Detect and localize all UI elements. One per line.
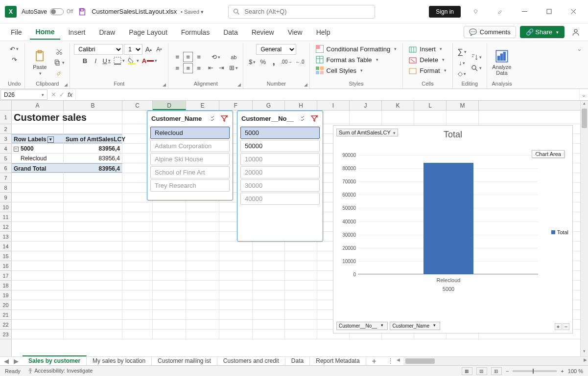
cancel-formula-icon[interactable]: ✕: [51, 91, 56, 98]
row-header[interactable]: 4: [0, 144, 11, 154]
cell[interactable]: Sum of AmtSalesLCY: [64, 134, 122, 143]
cell[interactable]: [285, 281, 317, 290]
fx-icon[interactable]: fx: [68, 91, 72, 98]
minimize-icon[interactable]: [515, 4, 534, 19]
toggle-off-icon[interactable]: [50, 8, 64, 15]
tab-formulas[interactable]: Formulas: [175, 25, 215, 39]
cell[interactable]: 83956,4: [64, 154, 122, 163]
cell[interactable]: [153, 330, 186, 339]
tab-insert[interactable]: Insert: [62, 25, 91, 39]
sheet-tab[interactable]: My sales by location: [87, 356, 152, 365]
cell[interactable]: [12, 281, 64, 290]
horizontal-scroll-thumb[interactable]: [405, 358, 435, 364]
number-format-select[interactable]: General: [256, 44, 296, 55]
account-icon[interactable]: [568, 28, 583, 37]
row-header[interactable]: 7: [0, 173, 11, 183]
cell[interactable]: [186, 271, 219, 280]
cell[interactable]: [122, 320, 153, 329]
align-bottom-icon[interactable]: ≡: [194, 52, 204, 62]
cell[interactable]: [153, 300, 186, 310]
zoom-slider[interactable]: [513, 370, 557, 372]
cell[interactable]: Relecloud: [12, 154, 64, 163]
cell[interactable]: [285, 320, 317, 329]
cell[interactable]: [219, 281, 253, 290]
row-header[interactable]: 12: [0, 222, 11, 232]
row-header[interactable]: 21: [0, 310, 11, 320]
cell[interactable]: [64, 242, 122, 251]
underline-button[interactable]: U▾: [101, 56, 111, 66]
cell[interactable]: [253, 251, 285, 261]
row-header[interactable]: 10: [0, 202, 11, 212]
name-box[interactable]: D26 ▾: [0, 89, 47, 100]
cell[interactable]: [12, 310, 64, 319]
slicer-item[interactable]: 50000: [240, 140, 320, 152]
cell[interactable]: [186, 261, 219, 270]
tab-help[interactable]: Help: [310, 25, 336, 39]
delete-cells-button[interactable]: Delete▾: [407, 55, 448, 65]
cell[interactable]: [186, 290, 219, 300]
row-header[interactable]: 13: [0, 232, 11, 242]
tab-view[interactable]: View: [282, 25, 308, 39]
cell[interactable]: [285, 242, 317, 251]
row-header[interactable]: 17: [0, 271, 11, 281]
zoom-level[interactable]: 100 %: [568, 368, 583, 374]
cell[interactable]: [153, 310, 186, 319]
cell[interactable]: [285, 251, 317, 261]
search-input[interactable]: [244, 8, 371, 15]
cell[interactable]: [64, 320, 122, 329]
cell[interactable]: [253, 271, 285, 280]
cell[interactable]: [64, 173, 122, 182]
slicer-item[interactable]: Trey Research: [150, 179, 230, 192]
cell[interactable]: [153, 261, 186, 270]
font-color-button[interactable]: A▾: [141, 56, 158, 66]
row-header[interactable]: 19: [0, 290, 11, 300]
cell[interactable]: [64, 193, 122, 202]
column-header[interactable]: I: [317, 101, 350, 110]
cell[interactable]: [219, 271, 253, 280]
cell[interactable]: [153, 251, 186, 261]
format-painter-button[interactable]: [52, 68, 66, 78]
column-header[interactable]: J: [350, 101, 382, 110]
sheet-tabs[interactable]: Sales by customerMy sales by locationCus…: [23, 357, 366, 365]
cell[interactable]: [153, 212, 186, 221]
cell[interactable]: [285, 330, 317, 339]
cell[interactable]: [12, 124, 64, 133]
bold-button[interactable]: B: [80, 56, 90, 66]
row-headers[interactable]: 1234567891011121314151617181920212223: [0, 111, 12, 356]
scroll-down-icon[interactable]: ▾: [581, 349, 588, 356]
row-header[interactable]: 3: [0, 134, 11, 144]
signin-button[interactable]: Sign in: [429, 6, 461, 18]
align-top-icon[interactable]: ≡: [172, 52, 182, 62]
cell[interactable]: [64, 183, 122, 192]
row-header[interactable]: 9: [0, 193, 11, 202]
cell[interactable]: [285, 271, 317, 280]
filter-icon[interactable]: ▾: [47, 136, 54, 143]
row-header[interactable]: 14: [0, 242, 11, 251]
number-dialog-launcher[interactable]: ◢: [304, 82, 307, 87]
slicer-item[interactable]: School of Fine Art: [150, 166, 230, 178]
cell[interactable]: [122, 300, 153, 310]
increase-font-icon[interactable]: A▴: [143, 44, 153, 54]
share-button[interactable]: 🔗 Share ▾: [520, 26, 564, 38]
row-header[interactable]: 16: [0, 261, 11, 271]
cell[interactable]: [186, 310, 219, 319]
row-header[interactable]: 2: [0, 124, 11, 134]
sheet-prev-icon[interactable]: ◀: [4, 357, 9, 365]
cell[interactable]: [64, 202, 122, 212]
autosave-toggle[interactable]: AutoSave Off: [22, 8, 73, 15]
cell[interactable]: [64, 300, 122, 310]
format-cells-button[interactable]: Format▾: [407, 66, 448, 75]
cell[interactable]: [285, 300, 317, 310]
increase-decimal-icon[interactable]: .00→: [280, 57, 293, 67]
analyze-data-button[interactable]: Analyze Data: [491, 48, 513, 77]
vertical-scroll-thumb[interactable]: [582, 109, 587, 128]
chart-filter-button[interactable]: Customer_Name ▾: [390, 322, 440, 330]
cell[interactable]: [12, 183, 64, 192]
vertical-scrollbar[interactable]: ▴ ▾: [580, 101, 588, 356]
border-button[interactable]: ▾: [113, 56, 126, 66]
cell[interactable]: [122, 232, 153, 241]
cell[interactable]: [12, 261, 64, 270]
slicer-item[interactable]: 40000: [240, 193, 320, 205]
cell[interactable]: [219, 261, 253, 270]
orientation-button[interactable]: ⟲▾: [206, 52, 226, 62]
